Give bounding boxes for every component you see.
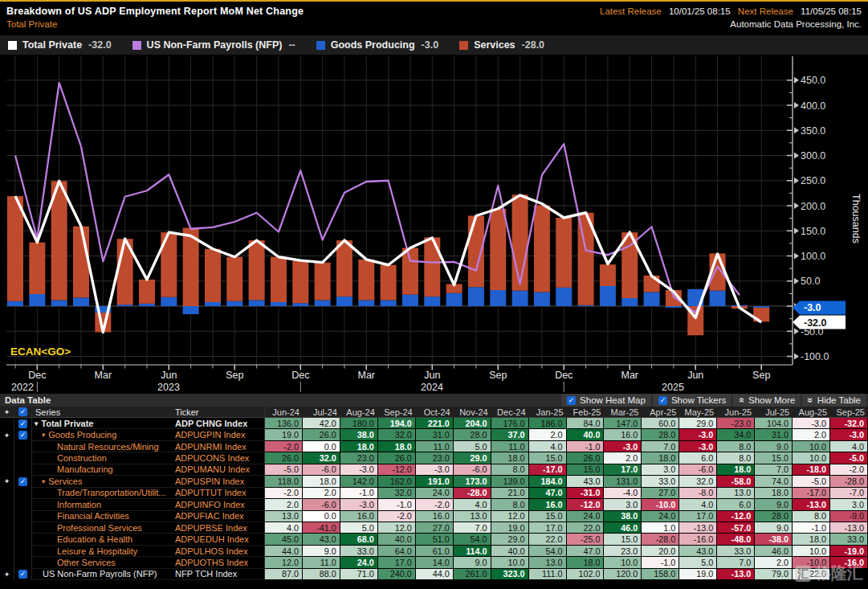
series-name[interactable]: Leisure & Hospitality [32,546,175,557]
row-checkbox[interactable]: ✓ [14,429,32,440]
series-name[interactable]: ▾Goods Producing [32,429,175,440]
row-expand-diamond-icon[interactable]: ✦ [0,569,14,580]
next-release-label: Next Release [738,6,793,16]
row-icon-spacer [0,464,14,476]
value-cell: -13.0 [830,522,868,534]
value-cell: 9.0 [454,557,491,568]
value-cell: 33.0 [717,546,755,557]
value-cell: -17.0 [529,464,567,476]
value-cell: -3.0 [340,464,378,476]
value-cell: 13.0 [265,511,303,522]
series-name[interactable]: US Non-Farm Payrolls (NFP) [32,569,175,580]
value-cell: 34.0 [717,429,755,440]
value-cell: 40.0 [567,429,605,440]
value-cell: 158.0 [642,569,679,580]
series-name[interactable]: Natural Resources/Mining [32,441,175,452]
series-name[interactable]: ▾Services [32,476,175,487]
row-checkbox-spacer [14,511,32,522]
value-cell: -2.0 [416,499,454,510]
value-cell: 15.0 [604,534,642,545]
svg-text:Dec: Dec [28,370,46,381]
value-cell: 10.0 [491,557,529,568]
series-name[interactable]: Professional Services [32,522,175,534]
svg-text:Mar: Mar [621,370,638,381]
value-cell: 0.0 [303,441,340,452]
value-cell: 261.0 [454,569,491,580]
value-cell: 26.0 [567,452,605,464]
svg-text:Sep: Sep [489,370,507,381]
expand-all-icon[interactable]: ✦ [0,407,14,417]
month-column-header: Sep-24 [378,407,416,417]
show-heat-map-button[interactable]: ✓Show Heat Map [561,394,651,407]
page-title: Breakdown of US ADP Employment Report Mo… [6,6,304,17]
value-cell: -58.0 [717,476,755,487]
collapse-triangle-icon[interactable]: ▾ [35,419,38,427]
row-checkbox[interactable]: ✓ [14,476,32,487]
value-cell: -1.0 [340,488,378,499]
value-cell: -3.0 [679,429,717,440]
value-cell: -6.0 [454,464,491,476]
series-name[interactable]: ▾Total Private [32,418,175,429]
collapse-triangle-icon[interactable]: ▾ [42,477,45,485]
value-cell: 84.0 [567,418,605,429]
legend-item[interactable]: Services-28.0 [459,39,544,51]
show-more-button[interactable]: »Show More [733,394,801,407]
series-name[interactable]: Information [32,499,175,510]
row-expand-diamond-icon[interactable]: ✦ [0,429,14,440]
value-cell: 194.0 [378,418,416,429]
value-cell: 131.0 [604,476,642,487]
value-cell: -7.0 [830,488,868,499]
series-name[interactable]: Manufacturing [32,464,175,476]
row-checkbox[interactable]: ✓ [14,569,32,580]
value-cell: 5.0 [454,441,491,452]
svg-text:-3.0: -3.0 [804,302,821,313]
series-name[interactable]: Trade/Transportation/Utilit... [32,488,175,499]
row-checkbox-spacer [14,522,32,534]
collapse-triangle-icon[interactable]: ▾ [42,431,45,439]
value-cell: 2.0 [793,429,830,440]
show-tickers-button[interactable]: ✓Show Tickers [653,394,731,407]
value-cell: 32.0 [679,476,717,487]
value-cell: -41.0 [303,522,340,534]
series-name[interactable]: Financial Activities [32,511,175,522]
value-cell: 29.0 [491,534,529,545]
value-cell: 33.0 [830,534,868,545]
table-row: Education & HealthADPUEDUH Index45.043.0… [0,534,868,545]
value-cell: 38.0 [604,511,642,522]
value-cell: 3.0 [830,499,868,510]
series-name[interactable]: Education & Health [32,534,175,545]
select-all-checkbox[interactable]: ✓ [14,407,32,417]
row-checkbox[interactable]: ✓ [14,418,32,429]
value-cell: 2.0 [755,557,793,568]
hide-table-button[interactable]: »Hide Table [802,394,866,407]
latest-release-label: Latest Release [600,6,662,16]
series-name[interactable]: Construction [32,452,175,464]
row-expand-diamond-icon[interactable]: ✦ [0,476,14,487]
value-cell: 12.0 [491,511,529,522]
series-name[interactable]: Other Services [32,557,175,568]
value-cell: 23.0 [416,452,454,464]
value-cell: 32.0 [378,488,416,499]
show-more-chevron-icon: » [736,398,748,403]
value-cell: 5.0 [340,522,378,534]
svg-text:-100.0: -100.0 [801,351,829,362]
value-cell: 6.0 [679,452,717,464]
svg-text:Jun: Jun [687,370,703,381]
show-tickers-checkbox[interactable]: ✓ [658,396,667,405]
legend-item[interactable]: Goods Producing-3.0 [316,39,438,51]
show-heat-map-checkbox[interactable]: ✓ [567,396,576,405]
month-column-header: Jul-25 [755,407,793,417]
value-cell: 19.0 [265,429,303,440]
legend-item[interactable]: Total Private-32.0 [8,39,112,51]
legend-item[interactable]: US Non-Farm Payrolls (NFP)-- [132,39,295,51]
series-column-header: Series [32,407,175,417]
watermark-logo: 汇 [795,566,811,582]
value-cell: 4.0 [454,499,491,510]
value-cell: 22.0 [529,534,567,545]
value-cell: -13.0 [717,569,755,580]
value-cell: 0.0 [303,511,340,522]
svg-text:Jun: Jun [161,370,177,381]
value-cell: 19.0 [491,522,529,534]
row-checkbox-spacer [14,488,32,499]
row-checkbox-spacer [14,557,32,568]
